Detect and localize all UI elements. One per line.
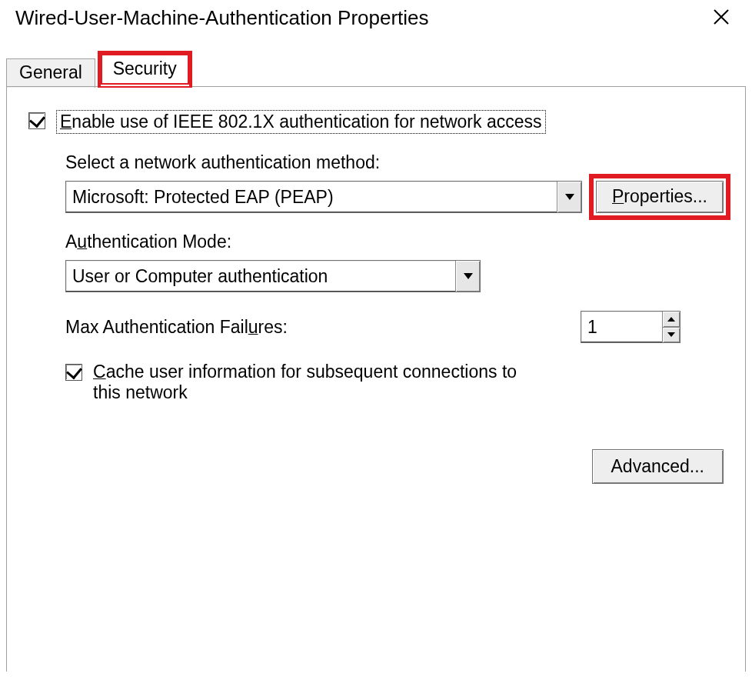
spinner-up-icon[interactable] [663, 312, 680, 327]
enable-8021x-checkbox[interactable] [28, 112, 45, 129]
cache-info-row: Cache user information for subsequent co… [65, 362, 724, 403]
tab-general[interactable]: General [6, 58, 95, 88]
max-failures-label: Max Authentication Failures: [65, 317, 288, 338]
cache-info-checkbox[interactable] [65, 364, 82, 381]
max-failures-input[interactable] [581, 312, 662, 342]
security-panel: Enable use of IEEE 802.1X authentication… [6, 87, 746, 672]
cache-info-label[interactable]: Cache user information for subsequent co… [93, 362, 524, 403]
auth-mode-combo[interactable]: User or Computer authentication [65, 260, 481, 292]
advanced-row: Advanced... [28, 449, 724, 484]
auth-mode-label: Authentication Mode: [65, 232, 724, 252]
svg-marker-0 [565, 194, 574, 200]
tab-security[interactable]: Security [100, 53, 190, 85]
advanced-button[interactable]: Advanced... [592, 449, 724, 484]
properties-button[interactable]: Properties... [596, 181, 724, 213]
auth-method-combo[interactable]: Microsoft: Protected EAP (PEAP) [65, 181, 582, 213]
svg-marker-2 [667, 317, 675, 322]
spinner-down-icon[interactable] [663, 327, 680, 343]
auth-method-section: Select a network authentication method: … [65, 152, 724, 213]
auth-mode-value: User or Computer authentication [72, 266, 328, 287]
enable-8021x-label[interactable]: Enable use of IEEE 802.1X authentication… [56, 110, 546, 134]
title-bar: Wired-User-Machine-Authentication Proper… [0, 0, 752, 53]
enable-8021x-row: Enable use of IEEE 802.1X authentication… [28, 110, 724, 134]
chevron-down-icon[interactable] [455, 261, 480, 292]
auth-method-value: Microsoft: Protected EAP (PEAP) [72, 187, 334, 208]
auth-method-label: Select a network authentication method: [65, 152, 724, 173]
close-icon[interactable] [706, 7, 737, 30]
auth-mode-section: Authentication Mode: User or Computer au… [65, 232, 724, 292]
chevron-down-icon[interactable] [557, 182, 581, 212]
window-title: Wired-User-Machine-Authentication Proper… [15, 6, 429, 30]
svg-marker-3 [667, 332, 675, 337]
max-failures-row: Max Authentication Failures: [65, 311, 680, 343]
svg-marker-1 [464, 273, 473, 279]
max-failures-spinner[interactable] [581, 311, 680, 343]
tab-strip: General Security [6, 53, 746, 87]
